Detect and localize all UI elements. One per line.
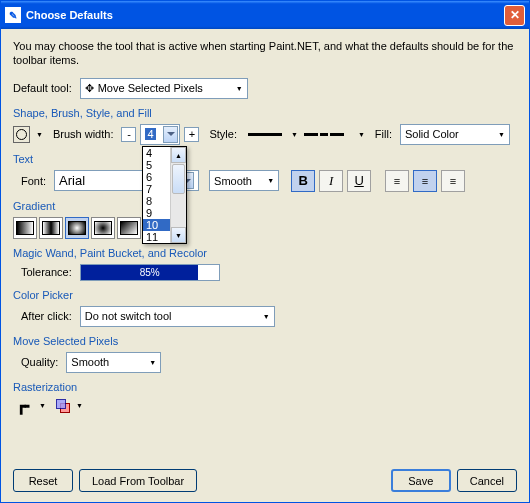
shape-outline-icon[interactable] xyxy=(13,126,30,143)
tolerance-slider[interactable]: 85% xyxy=(80,264,220,281)
default-tool-combo[interactable]: ✥ Move Selected Pixels ▼ xyxy=(80,78,248,99)
scroll-up-icon[interactable]: ▲ xyxy=(171,147,186,163)
fill-label: Fill: xyxy=(375,128,392,140)
text-section-header: Text xyxy=(13,153,517,165)
align-left-icon: ≡ xyxy=(394,175,400,187)
app-icon: ✎ xyxy=(5,7,21,23)
quality-label: Quality: xyxy=(21,356,58,368)
align-center-icon: ≡ xyxy=(422,175,428,187)
font-label: Font: xyxy=(21,175,46,187)
chevron-down-icon[interactable]: ▼ xyxy=(36,131,43,138)
fill-value: Solid Color xyxy=(405,128,496,140)
colorpicker-section-header: Color Picker xyxy=(13,289,517,301)
cancel-button[interactable]: Cancel xyxy=(457,469,517,492)
afterclick-value: Do not switch tool xyxy=(85,310,261,322)
dropdown-scrollbar[interactable]: ▲ ▼ xyxy=(170,147,186,243)
brush-width-value: 4 xyxy=(145,128,155,140)
align-center-button[interactable]: ≡ xyxy=(413,170,437,192)
align-right-button[interactable]: ≡ xyxy=(441,170,465,192)
gradient-type-group xyxy=(13,217,141,239)
tolerance-value: 85% xyxy=(81,265,219,280)
gradient-radial[interactable] xyxy=(91,217,115,239)
brush-width-decrement[interactable]: - xyxy=(121,127,136,142)
align-left-button[interactable]: ≡ xyxy=(385,170,409,192)
afterclick-label: After click: xyxy=(21,310,72,322)
afterclick-combo[interactable]: Do not switch tool ▼ xyxy=(80,306,275,327)
movepixels-section-header: Move Selected Pixels xyxy=(13,335,517,347)
chevron-down-icon[interactable]: ▼ xyxy=(39,402,46,409)
line-style-solid[interactable] xyxy=(245,130,285,139)
underline-button[interactable]: U xyxy=(347,170,371,192)
line-style-dashed[interactable] xyxy=(302,131,352,138)
fill-combo[interactable]: Solid Color ▼ xyxy=(400,124,510,145)
chevron-down-icon[interactable]: ▼ xyxy=(358,131,365,138)
load-from-toolbar-button[interactable]: Load From Toolbar xyxy=(79,469,197,492)
chevron-down-icon[interactable]: ▼ xyxy=(76,402,83,409)
default-tool-value: Move Selected Pixels xyxy=(98,82,234,94)
move-pixels-icon: ✥ xyxy=(85,82,94,95)
description: You may choose the tool that is active w… xyxy=(13,39,517,68)
default-tool-label: Default tool: xyxy=(13,82,72,94)
save-button[interactable]: Save xyxy=(391,469,451,492)
scroll-thumb[interactable] xyxy=(172,164,185,194)
rasterization-section-header: Rasterization xyxy=(13,381,517,393)
shape-section-header: Shape, Brush, Style, and Fill xyxy=(13,107,517,119)
chevron-down-icon: ▼ xyxy=(267,177,274,184)
chevron-down-icon[interactable]: ▼ xyxy=(291,131,298,138)
brush-width-increment[interactable]: + xyxy=(184,127,199,142)
font-render-combo[interactable]: Smooth ▼ xyxy=(209,170,279,191)
chevron-down-icon: ▼ xyxy=(263,313,270,320)
brush-width-dropdown[interactable]: 4 5 6 7 8 9 10 11 ▲ ▼ xyxy=(142,146,187,244)
window-title: Choose Defaults xyxy=(26,9,504,21)
italic-button[interactable]: I xyxy=(319,170,343,192)
gradient-linear-reflected[interactable] xyxy=(39,217,63,239)
chevron-down-icon: ▼ xyxy=(236,85,243,92)
gradient-section-header: Gradient xyxy=(13,200,517,212)
chevron-down-icon: ▼ xyxy=(498,131,505,138)
brush-width-combo[interactable]: 4 xyxy=(140,124,180,145)
chevron-down-icon[interactable] xyxy=(163,126,178,143)
aliased-icon[interactable]: ┏╸ xyxy=(17,398,33,414)
align-right-icon: ≡ xyxy=(450,175,456,187)
brush-width-label: Brush width: xyxy=(53,128,114,140)
tolerance-label: Tolerance: xyxy=(21,266,72,278)
gradient-conical[interactable] xyxy=(117,217,141,239)
style-label: Style: xyxy=(209,128,237,140)
close-button[interactable]: ✕ xyxy=(504,5,525,26)
blend-mode-icon[interactable] xyxy=(56,399,70,413)
gradient-linear[interactable] xyxy=(13,217,37,239)
scroll-down-icon[interactable]: ▼ xyxy=(171,227,186,243)
quality-value: Smooth xyxy=(71,356,147,368)
bold-button[interactable]: B xyxy=(291,170,315,192)
font-render-value: Smooth xyxy=(214,175,265,187)
reset-button[interactable]: Reset xyxy=(13,469,73,492)
magic-section-header: Magic Wand, Paint Bucket, and Recolor xyxy=(13,247,517,259)
quality-combo[interactable]: Smooth ▼ xyxy=(66,352,161,373)
footer-buttons: Reset Load From Toolbar Save Cancel xyxy=(13,469,517,492)
titlebar: ✎ Choose Defaults ✕ xyxy=(1,1,529,29)
gradient-diamond[interactable] xyxy=(65,217,89,239)
chevron-down-icon: ▼ xyxy=(149,359,156,366)
